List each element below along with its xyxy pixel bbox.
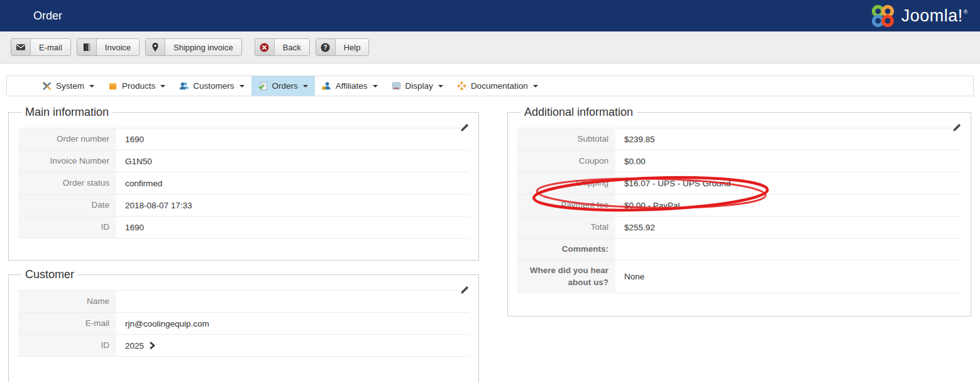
- shipping-invoice-button[interactable]: Shipping invoice: [145, 38, 242, 56]
- table-row: Invoice Number G1N50: [18, 150, 469, 172]
- toolbar: E-mail Invoice Shipping invoice: [0, 31, 980, 64]
- joomla-logo-text: Joomla!®: [901, 6, 967, 26]
- product-box-icon: [108, 81, 118, 91]
- help-circle-icon: ?: [316, 39, 336, 55]
- menu-item-orders[interactable]: Orders: [251, 76, 315, 96]
- panel-main-information: Main information Order number 1690 Invoi…: [8, 106, 479, 261]
- chevron-down-icon: [160, 85, 165, 87]
- table-row: Name: [18, 291, 469, 313]
- goto-customer-arrow-icon[interactable]: [149, 342, 155, 349]
- menu-item-documentation[interactable]: Documentation: [450, 76, 545, 96]
- content-area: Main information Order number 1690 Invoi…: [0, 106, 980, 382]
- joomla-logo-icon: [870, 3, 896, 29]
- page-title: Order: [33, 9, 62, 23]
- panel-title: Additional information: [520, 106, 637, 119]
- chevron-down-icon: [373, 85, 378, 87]
- info-table: Subtotal $239.85 Coupon $0.00 Shipping $…: [517, 128, 961, 293]
- spacer: [0, 64, 980, 76]
- documentation-icon: [457, 81, 466, 91]
- menu-item-system[interactable]: System: [35, 76, 101, 96]
- table-row: ID 1690: [18, 216, 469, 239]
- table-row: Subtotal $239.85: [517, 128, 961, 150]
- svg-text:?: ?: [324, 44, 328, 51]
- table-row: Comments:: [517, 239, 961, 261]
- chevron-down-icon: [89, 85, 94, 87]
- panel-title: Customer: [21, 268, 78, 281]
- chevron-down-icon: [303, 85, 308, 87]
- table-row: ID 2025: [18, 335, 469, 357]
- joomla-logo: Joomla!®: [870, 3, 967, 29]
- menu-item-display[interactable]: Display: [385, 76, 450, 96]
- chevron-down-icon: [438, 85, 443, 87]
- table-row: Total $255.92: [517, 216, 961, 239]
- chevron-down-icon: [533, 85, 538, 87]
- system-tools-icon: [42, 81, 52, 91]
- table-row: Order status confirmed: [18, 172, 469, 194]
- table-row: Coupon $0.00: [517, 150, 961, 172]
- info-table: Name E-mail rjn@coolingequip.com ID 2025: [18, 290, 469, 357]
- panel-title: Main information: [21, 106, 113, 119]
- envelope-icon: [11, 39, 31, 55]
- table-row: Payment fee $0.00 - PayPal: [517, 194, 961, 216]
- orders-doc-icon: [258, 81, 268, 91]
- back-circle-icon: [255, 39, 275, 55]
- panel-customer: Customer Name E-mail rjn@coolingequip.co…: [8, 268, 479, 382]
- invoice-button[interactable]: Invoice: [77, 38, 140, 56]
- display-icon: [392, 81, 401, 91]
- top-navbar: Order Joomla!®: [0, 0, 980, 31]
- edit-pencil-icon[interactable]: [952, 123, 961, 132]
- table-row-shipping: Shipping $16.07 - UPS - UPS Ground: [517, 172, 961, 194]
- help-button[interactable]: ? Help: [316, 38, 370, 56]
- admin-menubar: System Products Customers: [6, 76, 974, 96]
- menu-item-products[interactable]: Products: [101, 76, 172, 96]
- registered-mark: ®: [964, 9, 968, 15]
- chevron-down-icon: [239, 85, 245, 87]
- table-row: Date 2018-08-07 17:33: [18, 194, 469, 216]
- menu-item-customers[interactable]: Customers: [172, 76, 251, 96]
- email-button[interactable]: E-mail: [11, 38, 71, 56]
- table-row: Order number 1690: [18, 128, 469, 150]
- panel-additional-information: Additional information Subtotal $239.85 …: [507, 106, 971, 317]
- info-table: Order number 1690 Invoice Number G1N50 O…: [18, 128, 469, 239]
- edit-pencil-icon[interactable]: [460, 286, 469, 295]
- edit-pencil-icon[interactable]: [460, 123, 469, 132]
- menu-item-affiliates[interactable]: Affiliates: [315, 76, 385, 96]
- table-row: E-mail rjn@coolingequip.com: [18, 313, 469, 335]
- back-button[interactable]: Back: [255, 38, 310, 56]
- map-pin-icon: [146, 39, 165, 55]
- customer-id-value: 2025: [125, 341, 144, 351]
- book-icon: [77, 39, 97, 55]
- table-row: Where did you hear about us? None: [517, 261, 961, 293]
- customers-icon: [179, 81, 189, 91]
- affiliates-icon: [322, 81, 331, 91]
